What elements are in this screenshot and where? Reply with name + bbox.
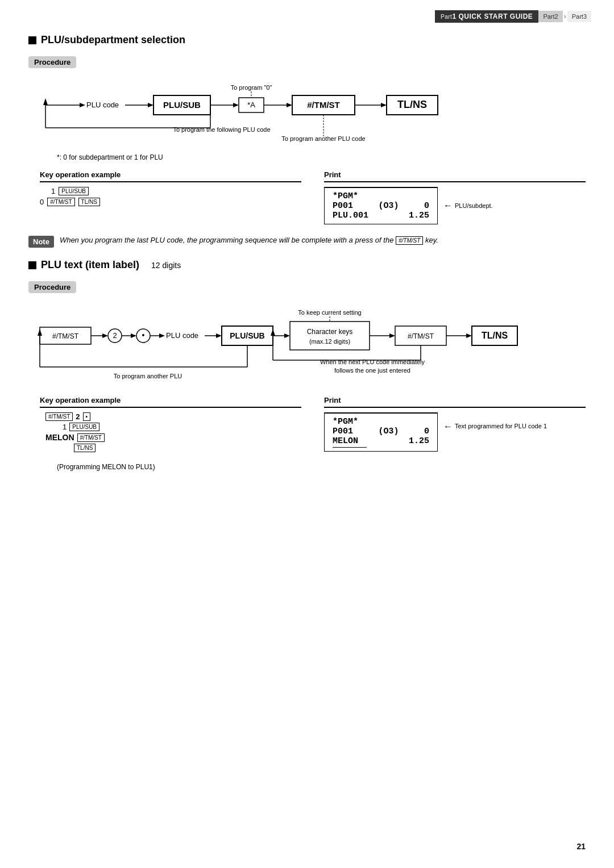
section2-title: PLU text (item label) 12 digits bbox=[28, 259, 586, 271]
svg-text:TL/NS: TL/NS bbox=[482, 331, 508, 340]
print-pgm-1: *PGM* bbox=[333, 191, 429, 201]
svg-text:Character keys: Character keys bbox=[307, 328, 353, 336]
key-op-header-2: Key operation example bbox=[40, 396, 301, 408]
print-line2-1: P001 (O3) 0 bbox=[333, 201, 429, 211]
svg-marker-14 bbox=[287, 103, 292, 107]
key-dot-2: • bbox=[83, 412, 91, 421]
page-number: 21 bbox=[576, 842, 586, 851]
page-header: Part1 QUICK START GUIDE Part2 › Part3 bbox=[435, 10, 591, 23]
print-receipt-2: *PGM* P001 (O3) 0 MELON 1.25 bbox=[324, 412, 438, 452]
asterisk-note: *: 0 for subdepartment or 1 for PLU bbox=[57, 153, 586, 161]
key-print-col-1: Print *PGM* P001 (O3) 0 PLU.001 1.25 ← bbox=[324, 170, 586, 224]
svg-marker-31 bbox=[102, 333, 108, 338]
key-op-content-1: 1 PLU/SUB 0 #/TM/ST TL/NS bbox=[40, 187, 301, 206]
svg-text:To program another PLU: To program another PLU bbox=[114, 373, 182, 379]
svg-text:To program the following PLU c: To program the following PLU code bbox=[173, 126, 270, 133]
key-hash-tmst-1: #/TM/ST bbox=[47, 198, 74, 206]
key-print-header-1: Print bbox=[324, 170, 586, 182]
note-box-1: Note When you program the last PLU code,… bbox=[28, 236, 586, 248]
key-op-section-2: Key operation example #/TM/ST 2 • 1 PLU/… bbox=[40, 396, 586, 454]
print-line2-2: P001 (O3) 0 bbox=[333, 427, 429, 436]
svg-marker-8 bbox=[233, 103, 239, 107]
svg-marker-42 bbox=[216, 333, 222, 338]
flow-diagram-2: #/TM/ST 2 • PLU code bbox=[28, 299, 586, 387]
key-plu-sub-2: PLU/SUB bbox=[69, 423, 99, 431]
header-part2: Part2 bbox=[538, 11, 562, 22]
print-receipt-1: *PGM* P001 (O3) 0 PLU.001 1.25 bbox=[324, 187, 438, 224]
svg-text:PLU/SUB: PLU/SUB bbox=[230, 331, 264, 340]
svg-marker-4 bbox=[148, 103, 154, 107]
key-tlns-2: TL/NS bbox=[74, 444, 96, 452]
svg-marker-53 bbox=[389, 333, 395, 338]
note-key-1: #/TM/ST bbox=[396, 236, 423, 245]
svg-text:*A: *A bbox=[247, 101, 255, 109]
key-tlns-1: TL/NS bbox=[78, 198, 100, 206]
svg-text:TL/NS: TL/NS bbox=[397, 99, 427, 110]
key-hash-tmst-2: #/TM/ST bbox=[45, 412, 73, 421]
svg-text:PLU code: PLU code bbox=[166, 331, 198, 340]
procedure-badge-2: Procedure bbox=[28, 281, 76, 293]
svg-rect-47 bbox=[290, 322, 370, 350]
print-annotation-1: ← PLU/subdept. bbox=[443, 187, 493, 211]
programming-note: (Programming MELON to PLU1) bbox=[57, 463, 586, 471]
svg-text:PLU code: PLU code bbox=[86, 101, 119, 109]
key-plu-sub-1: PLU/SUB bbox=[59, 187, 89, 195]
svg-marker-46 bbox=[284, 333, 290, 338]
svg-marker-18 bbox=[381, 103, 387, 107]
svg-text:2: 2 bbox=[113, 331, 117, 340]
svg-text:PLU/SUB: PLU/SUB bbox=[163, 100, 201, 110]
svg-text:#/TM/ST: #/TM/ST bbox=[307, 100, 340, 110]
print-line3-1: PLU.001 1.25 bbox=[333, 211, 429, 220]
key-op-header-1: Key operation example bbox=[40, 170, 301, 182]
header-part3: Part3 bbox=[567, 11, 591, 22]
key-op-col-1: Key operation example 1 PLU/SUB 0 #/TM/S… bbox=[40, 170, 301, 224]
note-text-1: When you program the last PLU code, the … bbox=[60, 236, 438, 245]
svg-marker-57 bbox=[466, 333, 472, 338]
print-underline bbox=[333, 447, 367, 448]
header-chevron: › bbox=[563, 12, 567, 20]
flow-svg-1: PLU code PLU/SUB *A To program "0" bbox=[34, 74, 546, 148]
flow-diagram-1: PLU code PLU/SUB *A To program "0" bbox=[28, 74, 586, 148]
svg-marker-25 bbox=[43, 98, 48, 105]
svg-text:When the next PLU code immedia: When the next PLU code immediately bbox=[320, 358, 425, 365]
key-print-col-2: Print *PGM* P001 (O3) 0 MELON 1.25 bbox=[324, 396, 586, 454]
svg-text:To keep current setting: To keep current setting bbox=[298, 309, 361, 316]
key-op-section-1: Key operation example 1 PLU/SUB 0 #/TM/S… bbox=[40, 170, 586, 224]
key-print-header-2: Print bbox=[324, 396, 586, 408]
svg-text:#/TM/ST: #/TM/ST bbox=[408, 332, 434, 340]
header-part1: Part1 QUICK START GUIDE bbox=[435, 10, 538, 23]
note-label-1: Note bbox=[28, 236, 54, 248]
svg-marker-35 bbox=[131, 333, 136, 338]
print-line3-2: MELON 1.25 bbox=[333, 436, 429, 446]
print-pgm-2: *PGM* bbox=[333, 417, 429, 427]
svg-text:(max.12 digits): (max.12 digits) bbox=[309, 338, 350, 345]
key-hash-tmst-3: #/TM/ST bbox=[77, 433, 105, 442]
print-annotation-2: ← Text programmed for PLU code 1 bbox=[443, 412, 547, 432]
svg-text:•: • bbox=[142, 331, 145, 340]
procedure-badge-1: Procedure bbox=[28, 56, 76, 68]
key-op-content-2: #/TM/ST 2 • 1 PLU/SUB MELON #/TM/ST TL/N… bbox=[40, 412, 301, 452]
section1-title: PLU/subdepartment selection bbox=[28, 34, 586, 46]
svg-text:follows the one just entered: follows the one just entered bbox=[334, 367, 410, 374]
svg-marker-39 bbox=[159, 333, 165, 338]
key-op-col-2: Key operation example #/TM/ST 2 • 1 PLU/… bbox=[40, 396, 301, 454]
svg-marker-1 bbox=[80, 103, 85, 107]
svg-text:To program "0": To program "0" bbox=[231, 84, 272, 91]
svg-text:#/TM/ST: #/TM/ST bbox=[52, 332, 79, 340]
flow-svg-2: #/TM/ST 2 • PLU code bbox=[34, 299, 574, 387]
